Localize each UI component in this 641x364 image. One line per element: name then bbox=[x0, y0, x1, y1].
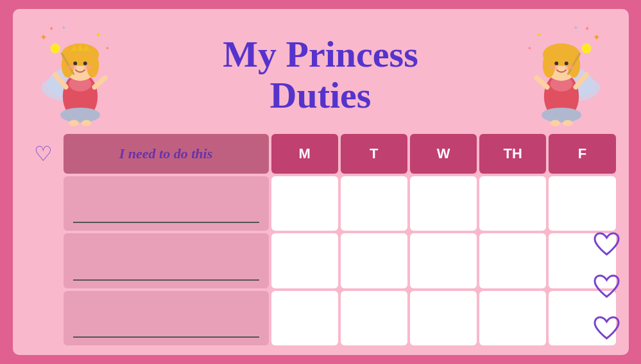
svg-point-45 bbox=[562, 120, 572, 126]
header-heart-icon: ♡ bbox=[34, 142, 53, 166]
heart-deco-1 bbox=[592, 231, 621, 262]
svg-line-42 bbox=[536, 78, 547, 87]
day-cell-2-mon[interactable] bbox=[271, 233, 338, 288]
day-label-w: W bbox=[437, 145, 450, 162]
svg-point-40 bbox=[549, 65, 558, 70]
day-label-m: M bbox=[298, 145, 310, 162]
day-cell-3-mon[interactable] bbox=[271, 291, 338, 345]
day-label-t: T bbox=[370, 145, 378, 162]
fairy-left: ✦ ✦ ✦ ✦ ✦ bbox=[32, 19, 128, 128]
header: ✦ ✦ ✦ ✦ ✦ My Princess Duties bbox=[26, 19, 616, 131]
day-header-friday: F bbox=[549, 134, 615, 174]
day-cell-3-thu[interactable] bbox=[479, 291, 546, 345]
svg-point-13 bbox=[73, 62, 77, 65]
svg-text:✦: ✦ bbox=[536, 31, 542, 38]
svg-point-4 bbox=[60, 108, 99, 122]
svg-text:✦: ✦ bbox=[49, 25, 54, 32]
svg-point-20 bbox=[81, 120, 91, 126]
duty-table: ♡ I need to do this M T W TH F bbox=[26, 134, 616, 345]
day-cell-1-tue[interactable] bbox=[341, 176, 407, 231]
svg-point-19 bbox=[69, 120, 79, 126]
table-header-row: ♡ I need to do this M T W TH F bbox=[26, 134, 616, 174]
svg-point-44 bbox=[550, 120, 560, 126]
day-cell-2-tue[interactable] bbox=[341, 233, 407, 288]
day-header-monday: M bbox=[271, 134, 338, 174]
svg-text:✦: ✦ bbox=[574, 25, 578, 31]
day-header-wednesday: W bbox=[410, 134, 477, 174]
svg-text:✦: ✦ bbox=[592, 33, 600, 42]
day-cell-3-tue[interactable] bbox=[341, 291, 407, 345]
svg-text:✦: ✦ bbox=[105, 46, 109, 51]
svg-point-39 bbox=[564, 62, 568, 65]
svg-text:✦: ✦ bbox=[61, 25, 65, 31]
task-header-label: I need to do this bbox=[119, 145, 212, 162]
svg-point-14 bbox=[83, 62, 87, 65]
task-line-1 bbox=[73, 222, 259, 223]
svg-line-18 bbox=[94, 78, 105, 87]
task-line-2 bbox=[73, 279, 259, 281]
svg-point-38 bbox=[554, 62, 558, 65]
task-column-header: I need to do this bbox=[64, 134, 269, 174]
task-cell-3[interactable] bbox=[64, 291, 269, 345]
heart-col-3 bbox=[26, 291, 61, 345]
svg-point-30 bbox=[541, 108, 581, 122]
heart-deco-3 bbox=[592, 315, 621, 345]
day-cell-3-wed[interactable] bbox=[410, 291, 477, 345]
data-row-2 bbox=[26, 233, 616, 288]
day-cell-2-wed[interactable] bbox=[410, 233, 477, 288]
heart-col-2 bbox=[26, 233, 61, 288]
data-row-1 bbox=[26, 176, 616, 231]
task-line-3 bbox=[73, 336, 259, 338]
title-area: My Princess Duties bbox=[223, 34, 418, 116]
svg-text:✦: ✦ bbox=[527, 46, 531, 51]
decorative-hearts-right bbox=[592, 231, 621, 345]
day-cell-1-fri[interactable] bbox=[549, 176, 615, 231]
task-cell-2[interactable] bbox=[64, 233, 269, 288]
svg-text:✦: ✦ bbox=[96, 31, 101, 38]
heart-deco-2 bbox=[592, 274, 621, 304]
data-row-3 bbox=[26, 291, 616, 345]
day-cell-2-thu[interactable] bbox=[479, 233, 546, 288]
day-cell-1-thu[interactable] bbox=[479, 176, 546, 231]
task-cell-1[interactable] bbox=[64, 176, 269, 231]
fairy-right: ✦ ✦ ✦ ✦ ✦ bbox=[513, 19, 610, 128]
svg-text:✦: ✦ bbox=[39, 33, 47, 42]
day-cell-1-wed[interactable] bbox=[410, 176, 477, 231]
day-label-th: TH bbox=[504, 145, 522, 162]
day-cell-1-mon[interactable] bbox=[271, 176, 338, 231]
svg-point-15 bbox=[67, 65, 76, 70]
svg-point-16 bbox=[83, 65, 92, 70]
heart-col-1 bbox=[26, 176, 61, 231]
day-header-tuesday: T bbox=[341, 134, 407, 174]
day-header-thursday: TH bbox=[479, 134, 546, 174]
day-label-f: F bbox=[578, 145, 586, 162]
svg-text:✦: ✦ bbox=[584, 25, 589, 32]
svg-point-41 bbox=[565, 65, 574, 70]
heart-left-col: ♡ bbox=[26, 134, 61, 174]
page-title: My Princess Duties bbox=[223, 34, 418, 116]
main-container: ✦ ✦ ✦ ✦ ✦ My Princess Duties bbox=[13, 9, 629, 355]
